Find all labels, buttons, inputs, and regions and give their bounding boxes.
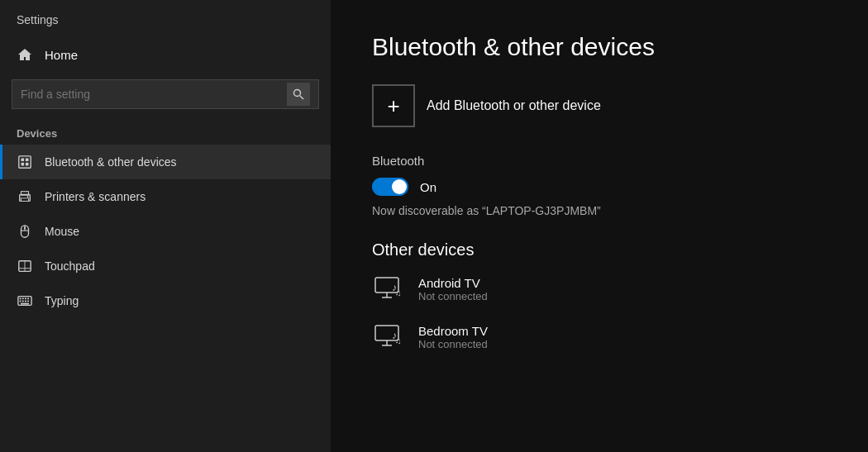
mouse-icon [17, 223, 33, 240]
svg-rect-9 [21, 198, 29, 202]
discoverable-text: Now discoverable as “LAPTOP-GJ3PJMBM” [372, 204, 827, 217]
svg-line-1 [300, 96, 303, 99]
app-title: Settings [0, 0, 331, 36]
svg-rect-22 [27, 297, 29, 299]
svg-rect-24 [22, 301, 24, 302]
page-title: Bluetooth & other devices [372, 33, 827, 61]
sidebar-item-touchpad-label: Touchpad [45, 259, 95, 273]
device-item-bedroom-tv[interactable]: ♪ ♫ Bedroom TV Not connected [372, 321, 827, 354]
svg-rect-4 [26, 159, 29, 162]
sidebar-item-touchpad[interactable]: Touchpad [0, 249, 331, 283]
svg-rect-26 [27, 301, 29, 302]
search-input[interactable] [21, 88, 280, 101]
touchpad-icon [17, 258, 33, 274]
device-item-android-tv[interactable]: ♪ ♫ Android TV Not connected [372, 273, 827, 306]
bluetooth-toggle-row: On [372, 178, 827, 196]
toggle-knob [392, 179, 407, 194]
svg-point-0 [294, 90, 301, 97]
sidebar: Settings Home Devices [0, 0, 331, 452]
bluetooth-section: Bluetooth On Now discoverable as “LAPTOP… [372, 154, 827, 217]
device-info-bedroom-tv: Bedroom TV Not connected [418, 324, 488, 350]
sidebar-item-typing[interactable]: Typing [0, 283, 331, 318]
device-info-android-tv: Android TV Not connected [418, 276, 488, 302]
add-device-button[interactable]: + Add Bluetooth or other device [372, 84, 827, 127]
other-devices-title: Other devices [372, 240, 827, 259]
toggle-on-label: On [420, 180, 436, 194]
main-content: Bluetooth & other devices + Add Bluetoot… [331, 0, 868, 452]
device-status-bedroom-tv: Not connected [418, 338, 488, 350]
home-label: Home [45, 48, 78, 62]
svg-rect-27 [21, 303, 29, 305]
keyboard-icon [17, 293, 33, 309]
search-box[interactable] [12, 79, 319, 109]
svg-rect-21 [25, 297, 26, 299]
svg-rect-6 [26, 163, 29, 166]
sidebar-item-home[interactable]: Home [0, 36, 331, 73]
svg-rect-5 [21, 163, 25, 166]
svg-rect-3 [21, 159, 25, 162]
svg-text:♫: ♫ [395, 288, 402, 297]
printer-icon [17, 188, 33, 205]
sidebar-item-bluetooth-label: Bluetooth & other devices [45, 155, 177, 169]
svg-rect-2 [19, 156, 31, 168]
add-device-icon: + [372, 84, 415, 127]
device-name-bedroom-tv: Bedroom TV [418, 324, 488, 338]
sidebar-section-label: Devices [0, 119, 331, 145]
tv-icon-android: ♪ ♫ [372, 273, 405, 306]
sidebar-item-printers-label: Printers & scanners [45, 190, 145, 203]
svg-rect-19 [20, 297, 21, 299]
device-status-android-tv: Not connected [418, 290, 488, 302]
home-icon [17, 46, 33, 63]
svg-point-10 [27, 196, 29, 197]
bluetooth-section-label: Bluetooth [372, 154, 827, 168]
add-device-label: Add Bluetooth or other device [427, 98, 601, 113]
sidebar-item-typing-label: Typing [45, 294, 79, 307]
svg-rect-25 [25, 301, 26, 302]
bluetooth-icon [17, 154, 33, 170]
sidebar-item-bluetooth[interactable]: Bluetooth & other devices [0, 145, 331, 179]
svg-rect-20 [22, 297, 24, 299]
search-button[interactable] [287, 83, 310, 106]
sidebar-item-mouse[interactable]: Mouse [0, 214, 331, 249]
svg-rect-23 [20, 301, 21, 302]
device-name-android-tv: Android TV [418, 276, 488, 290]
sidebar-item-printers[interactable]: Printers & scanners [0, 179, 331, 214]
tv-icon-bedroom: ♪ ♫ [372, 321, 405, 354]
svg-text:♫: ♫ [395, 336, 402, 345]
bluetooth-toggle[interactable] [372, 178, 408, 196]
sidebar-item-mouse-label: Mouse [45, 225, 79, 238]
